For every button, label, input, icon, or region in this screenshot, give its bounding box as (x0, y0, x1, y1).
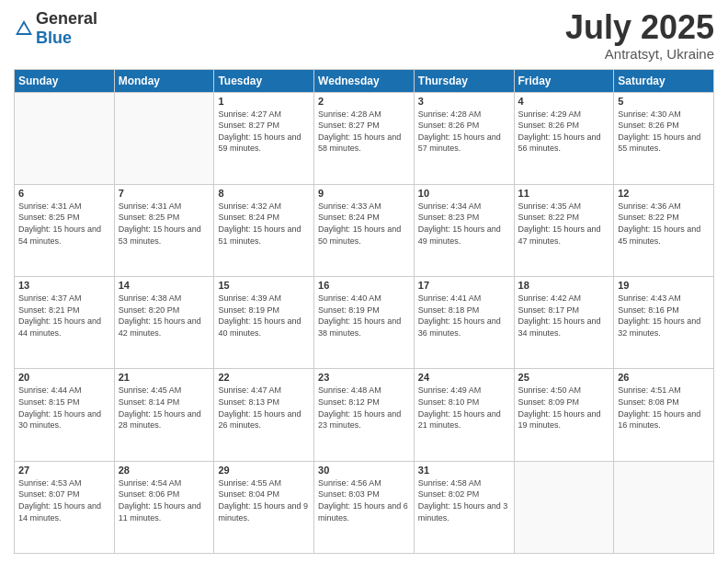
day-number: 25 (518, 372, 610, 383)
day-info: Sunrise: 4:43 AMSunset: 8:16 PMDaylight:… (618, 293, 710, 339)
day-info: Sunrise: 4:56 AMSunset: 8:03 PMDaylight:… (318, 477, 410, 523)
day-number: 4 (518, 96, 610, 107)
day-number: 23 (318, 372, 410, 383)
calendar-cell: 4Sunrise: 4:29 AMSunset: 8:26 PMDaylight… (514, 92, 614, 184)
header: General Blue July 2025 Antratsyt, Ukrain… (14, 9, 714, 62)
day-info: Sunrise: 4:44 AMSunset: 8:15 PMDaylight:… (18, 385, 110, 431)
calendar-cell (114, 92, 214, 184)
day-number: 7 (119, 188, 210, 199)
day-number: 24 (418, 372, 510, 383)
day-number: 20 (18, 372, 110, 383)
col-header-friday: Friday (514, 69, 614, 92)
day-number: 31 (418, 465, 510, 476)
day-info: Sunrise: 4:53 AMSunset: 8:07 PMDaylight:… (18, 477, 110, 523)
day-info: Sunrise: 4:34 AMSunset: 8:23 PMDaylight:… (418, 201, 510, 247)
day-info: Sunrise: 4:37 AMSunset: 8:21 PMDaylight:… (18, 293, 110, 339)
title-block: July 2025 Antratsyt, Ukraine (565, 9, 714, 62)
day-info: Sunrise: 4:29 AMSunset: 8:26 PMDaylight:… (518, 109, 610, 155)
location-title: Antratsyt, Ukraine (565, 46, 714, 62)
calendar-cell: 14Sunrise: 4:38 AMSunset: 8:20 PMDayligh… (114, 277, 214, 369)
day-number: 3 (418, 96, 510, 107)
day-number: 26 (618, 372, 710, 383)
calendar-cell (15, 92, 115, 184)
calendar-cell: 11Sunrise: 4:35 AMSunset: 8:22 PMDayligh… (514, 184, 614, 276)
calendar-cell (614, 461, 714, 553)
col-header-monday: Monday (114, 69, 214, 92)
logo-icon (14, 18, 34, 39)
week-row-4: 20Sunrise: 4:44 AMSunset: 8:15 PMDayligh… (15, 369, 714, 461)
day-number: 5 (618, 96, 710, 107)
day-number: 30 (318, 465, 410, 476)
week-row-5: 27Sunrise: 4:53 AMSunset: 8:07 PMDayligh… (15, 461, 714, 553)
day-info: Sunrise: 4:30 AMSunset: 8:26 PMDaylight:… (618, 109, 710, 155)
day-number: 18 (518, 280, 610, 291)
calendar-cell: 5Sunrise: 4:30 AMSunset: 8:26 PMDaylight… (614, 92, 714, 184)
calendar-cell: 13Sunrise: 4:37 AMSunset: 8:21 PMDayligh… (15, 277, 115, 369)
day-info: Sunrise: 4:41 AMSunset: 8:18 PMDaylight:… (418, 293, 510, 339)
day-info: Sunrise: 4:28 AMSunset: 8:26 PMDaylight:… (418, 109, 510, 155)
calendar-cell: 17Sunrise: 4:41 AMSunset: 8:18 PMDayligh… (414, 277, 514, 369)
day-number: 12 (618, 188, 710, 199)
calendar-cell: 25Sunrise: 4:50 AMSunset: 8:09 PMDayligh… (514, 369, 614, 461)
calendar-cell: 12Sunrise: 4:36 AMSunset: 8:22 PMDayligh… (614, 184, 714, 276)
day-number: 19 (618, 280, 710, 291)
day-info: Sunrise: 4:35 AMSunset: 8:22 PMDaylight:… (518, 201, 610, 247)
col-header-saturday: Saturday (614, 69, 714, 92)
calendar-cell: 16Sunrise: 4:40 AMSunset: 8:19 PMDayligh… (314, 277, 415, 369)
calendar-cell (514, 461, 614, 553)
day-number: 1 (218, 96, 310, 107)
calendar-cell: 6Sunrise: 4:31 AMSunset: 8:25 PMDaylight… (15, 184, 115, 276)
day-number: 22 (218, 372, 310, 383)
day-number: 15 (218, 280, 310, 291)
week-row-2: 6Sunrise: 4:31 AMSunset: 8:25 PMDaylight… (15, 184, 714, 276)
calendar-cell: 31Sunrise: 4:58 AMSunset: 8:02 PMDayligh… (414, 461, 514, 553)
col-header-sunday: Sunday (15, 69, 115, 92)
day-info: Sunrise: 4:27 AMSunset: 8:27 PMDaylight:… (218, 109, 310, 155)
week-row-1: 1Sunrise: 4:27 AMSunset: 8:27 PMDaylight… (15, 92, 714, 184)
day-info: Sunrise: 4:55 AMSunset: 8:04 PMDaylight:… (218, 477, 310, 523)
logo-blue: Blue (36, 29, 72, 47)
week-row-3: 13Sunrise: 4:37 AMSunset: 8:21 PMDayligh… (15, 277, 714, 369)
day-info: Sunrise: 4:48 AMSunset: 8:12 PMDaylight:… (318, 385, 410, 431)
day-info: Sunrise: 4:50 AMSunset: 8:09 PMDaylight:… (518, 385, 610, 431)
calendar-cell: 19Sunrise: 4:43 AMSunset: 8:16 PMDayligh… (614, 277, 714, 369)
calendar-cell: 9Sunrise: 4:33 AMSunset: 8:24 PMDaylight… (314, 184, 415, 276)
logo: General Blue (14, 9, 97, 48)
col-header-thursday: Thursday (414, 69, 514, 92)
day-info: Sunrise: 4:28 AMSunset: 8:27 PMDaylight:… (318, 109, 410, 155)
day-info: Sunrise: 4:33 AMSunset: 8:24 PMDaylight:… (318, 201, 410, 247)
calendar-cell: 7Sunrise: 4:31 AMSunset: 8:25 PMDaylight… (114, 184, 214, 276)
calendar-cell: 23Sunrise: 4:48 AMSunset: 8:12 PMDayligh… (314, 369, 415, 461)
calendar-cell: 21Sunrise: 4:45 AMSunset: 8:14 PMDayligh… (114, 369, 214, 461)
col-header-tuesday: Tuesday (214, 69, 314, 92)
logo-text: General Blue (36, 9, 97, 48)
day-number: 28 (119, 465, 210, 476)
calendar-cell: 18Sunrise: 4:42 AMSunset: 8:17 PMDayligh… (514, 277, 614, 369)
calendar-cell: 29Sunrise: 4:55 AMSunset: 8:04 PMDayligh… (214, 461, 314, 553)
calendar-cell: 20Sunrise: 4:44 AMSunset: 8:15 PMDayligh… (15, 369, 115, 461)
col-header-wednesday: Wednesday (314, 69, 415, 92)
day-info: Sunrise: 4:47 AMSunset: 8:13 PMDaylight:… (218, 385, 310, 431)
day-info: Sunrise: 4:45 AMSunset: 8:14 PMDaylight:… (119, 385, 210, 431)
calendar-cell: 3Sunrise: 4:28 AMSunset: 8:26 PMDaylight… (414, 92, 514, 184)
day-info: Sunrise: 4:31 AMSunset: 8:25 PMDaylight:… (18, 201, 110, 247)
day-number: 13 (18, 280, 110, 291)
calendar-table: SundayMondayTuesdayWednesdayThursdayFrid… (14, 69, 714, 554)
day-info: Sunrise: 4:36 AMSunset: 8:22 PMDaylight:… (618, 201, 710, 247)
month-title: July 2025 (565, 9, 714, 46)
day-info: Sunrise: 4:32 AMSunset: 8:24 PMDaylight:… (218, 201, 310, 247)
calendar-cell: 22Sunrise: 4:47 AMSunset: 8:13 PMDayligh… (214, 369, 314, 461)
day-number: 9 (318, 188, 410, 199)
calendar-cell: 10Sunrise: 4:34 AMSunset: 8:23 PMDayligh… (414, 184, 514, 276)
day-number: 27 (18, 465, 110, 476)
day-number: 6 (18, 188, 110, 199)
calendar-cell: 15Sunrise: 4:39 AMSunset: 8:19 PMDayligh… (214, 277, 314, 369)
calendar-cell: 2Sunrise: 4:28 AMSunset: 8:27 PMDaylight… (314, 92, 415, 184)
day-number: 16 (318, 280, 410, 291)
calendar-cell: 28Sunrise: 4:54 AMSunset: 8:06 PMDayligh… (114, 461, 214, 553)
day-number: 17 (418, 280, 510, 291)
day-number: 21 (119, 372, 210, 383)
calendar-cell: 30Sunrise: 4:56 AMSunset: 8:03 PMDayligh… (314, 461, 415, 553)
day-info: Sunrise: 4:38 AMSunset: 8:20 PMDaylight:… (119, 293, 210, 339)
calendar-cell: 1Sunrise: 4:27 AMSunset: 8:27 PMDaylight… (214, 92, 314, 184)
